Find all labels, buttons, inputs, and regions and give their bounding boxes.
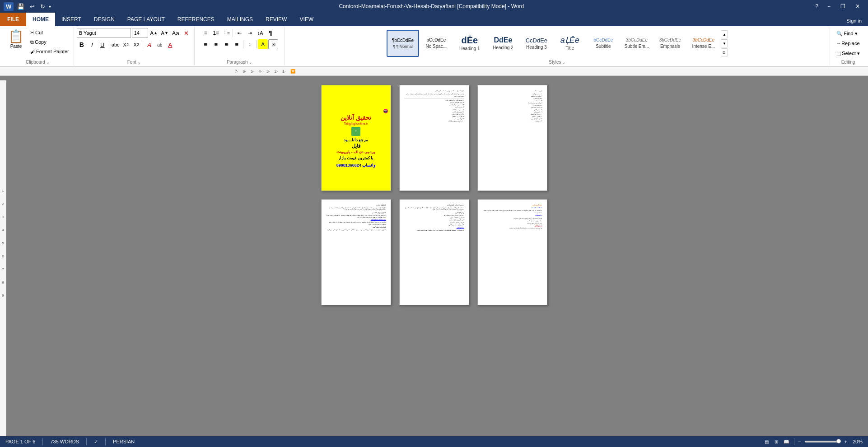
align-left-button[interactable]: ≡ bbox=[201, 39, 210, 49]
increase-indent-button[interactable]: ⇥ bbox=[245, 28, 255, 38]
styles-expand-icon[interactable]: ⌄ bbox=[562, 60, 565, 65]
shading-button[interactable]: A bbox=[258, 39, 268, 49]
restore-button[interactable]: ❐ bbox=[836, 2, 850, 10]
borders-button[interactable]: ⊡ bbox=[268, 39, 278, 49]
style-h1-preview: dĒe bbox=[462, 36, 478, 45]
page-poster: 📷 تحقیق آنلاین Tahghighonline.ir T مرجع … bbox=[322, 85, 391, 191]
paragraph-expand-icon[interactable]: ⌄ bbox=[249, 60, 252, 65]
editing-label: Editing bbox=[841, 60, 855, 65]
justify-button[interactable]: ≡ bbox=[232, 39, 242, 49]
find-icon: 🔍 bbox=[836, 31, 843, 37]
style-h3-label: Heading 3 bbox=[526, 45, 547, 50]
replace-button[interactable]: ↔ Replace bbox=[835, 39, 861, 48]
italic-button[interactable]: I bbox=[87, 40, 97, 50]
page-3-content: فهرست مطالب ۱. مقدمه و کلیات ۲. تعاریف و… bbox=[478, 85, 547, 191]
close-button[interactable]: ✕ bbox=[851, 2, 864, 10]
tab-home[interactable]: HOME bbox=[26, 13, 55, 26]
quick-save-icon[interactable]: 💾 bbox=[15, 2, 26, 11]
line-spacing-button[interactable]: ↕ bbox=[245, 39, 255, 49]
print-layout-button[interactable]: ▤ bbox=[762, 438, 770, 445]
style-h3-preview: CcDdEe bbox=[526, 37, 547, 43]
tab-review[interactable]: REVIEW bbox=[259, 13, 293, 26]
format-painter-button[interactable]: 🖌 Format Painter bbox=[28, 47, 71, 56]
zoom-out-button[interactable]: − bbox=[798, 439, 801, 444]
ruler-mark-4: 4· bbox=[259, 69, 262, 74]
styles-scroll[interactable]: ▲ ▼ ⊡ bbox=[721, 30, 728, 56]
tab-page-layout[interactable]: PAGE LAYOUT bbox=[121, 13, 171, 26]
copy-icon: ⧉ bbox=[30, 39, 34, 45]
font-name-input[interactable] bbox=[77, 28, 131, 38]
decrease-indent-button[interactable]: ⇤ bbox=[234, 28, 244, 38]
quick-redo-icon[interactable]: ↻ bbox=[38, 2, 47, 11]
tab-view[interactable]: VIEW bbox=[293, 13, 320, 26]
numbering-button[interactable]: 1≡ bbox=[211, 28, 221, 38]
clipboard-expand-icon[interactable]: ⌄ bbox=[46, 60, 50, 65]
style-subtitle[interactable]: bCcDdEe Subtitle bbox=[587, 30, 620, 57]
style-h1-label: Heading 1 bbox=[459, 46, 480, 51]
read-mode-button[interactable]: 📖 bbox=[782, 438, 790, 445]
style-title[interactable]: aḶĒe Title bbox=[554, 30, 586, 57]
paste-icon: 📋 bbox=[8, 29, 24, 44]
cut-button[interactable]: ✂ Cut bbox=[28, 28, 71, 37]
text-highlight-button[interactable]: ab bbox=[155, 40, 165, 50]
grow-font-button[interactable]: A▲ bbox=[149, 28, 159, 38]
subscript-button[interactable]: X2 bbox=[121, 40, 131, 50]
styles-scroll-down[interactable]: ▼ bbox=[721, 39, 728, 47]
bold-button[interactable]: B bbox=[77, 40, 87, 50]
tab-file[interactable]: FILE bbox=[0, 13, 26, 26]
tab-references[interactable]: REFERENCES bbox=[171, 13, 221, 26]
font-size-input[interactable] bbox=[132, 28, 148, 38]
styles-scroll-up[interactable]: ▲ bbox=[721, 30, 728, 38]
style-emphasis[interactable]: 3bCcDdEe Emphasis bbox=[654, 30, 686, 57]
tab-insert[interactable]: INSERT bbox=[55, 13, 88, 26]
strikethrough-button[interactable]: abc bbox=[111, 40, 121, 50]
tab-mailings[interactable]: MAILINGS bbox=[221, 13, 259, 26]
select-button[interactable]: ⬚ Select ▾ bbox=[835, 49, 862, 58]
minimize-button[interactable]: − bbox=[823, 2, 835, 10]
superscript-button[interactable]: X2 bbox=[131, 40, 141, 50]
style-normal[interactable]: ¶bCcDdEe ¶ ¶ Normal bbox=[387, 30, 419, 57]
show-marks-button[interactable]: ¶ bbox=[266, 28, 275, 38]
font-expand-icon[interactable]: ⌄ bbox=[137, 60, 141, 65]
clipboard-label: Clipboard bbox=[26, 60, 45, 65]
page-2: قرارداد کنترل معاملات فروش و حساب های در… bbox=[399, 85, 469, 191]
help-button[interactable]: ? bbox=[812, 2, 822, 10]
style-h2-preview: DdEe bbox=[494, 37, 512, 44]
style-intense-preview: 3bCcDdEe bbox=[693, 38, 714, 42]
zoom-in-button[interactable]: + bbox=[845, 439, 847, 444]
change-case-button[interactable]: Aa bbox=[171, 28, 181, 38]
zoom-slider[interactable] bbox=[805, 441, 841, 442]
sort-button[interactable]: ↕A bbox=[255, 28, 265, 38]
style-h2-label: Heading 2 bbox=[493, 45, 513, 50]
style-intense-e[interactable]: 3bCcDdEe Intense E... bbox=[687, 30, 720, 57]
font-color-button[interactable]: A bbox=[165, 40, 175, 50]
copy-button[interactable]: ⧉ Copy bbox=[28, 37, 71, 47]
style-heading1[interactable]: dĒe Heading 1 bbox=[453, 30, 486, 57]
find-button[interactable]: 🔍 Find ▾ bbox=[835, 29, 859, 38]
style-subtle-em[interactable]: 3bCcDdEe Subtle Em... bbox=[621, 30, 653, 57]
styles-scroll-more[interactable]: ⊡ bbox=[721, 48, 728, 56]
ruler-mark-3: 3· bbox=[266, 69, 270, 74]
styles-gallery: ¶bCcDdEe ¶ ¶ Normal bCcDdEe No Spac... d… bbox=[387, 30, 720, 57]
ruler: 7· 6· 5· 4· 3· 2· 1· 🔽 bbox=[0, 67, 868, 76]
cut-icon: ✂ bbox=[30, 30, 34, 36]
web-layout-button[interactable]: ⊞ bbox=[772, 438, 780, 445]
align-right-button[interactable]: ≡ bbox=[221, 39, 231, 49]
tab-design[interactable]: DESIGN bbox=[88, 13, 121, 26]
quick-undo-icon[interactable]: ↩ bbox=[28, 2, 37, 11]
shrink-font-button[interactable]: A▼ bbox=[160, 28, 170, 38]
poster-phone: 09981366624 واتساپ bbox=[336, 163, 376, 168]
style-no-spacing[interactable]: bCcDdEe No Spac... bbox=[420, 30, 453, 57]
clear-formatting-button[interactable]: ✕ bbox=[182, 28, 191, 38]
multilevel-list-button[interactable]: ⋮≡ bbox=[221, 28, 231, 38]
style-heading3[interactable]: CcDdEe Heading 3 bbox=[520, 30, 553, 57]
bullets-button[interactable]: ≡ bbox=[201, 28, 210, 38]
window-title: Contorol-Moamelat-Forush-Va-Hesab-Daryaf… bbox=[51, 3, 812, 9]
pages-grid: 📷 تحقیق آنلاین Tahghighonline.ir T مرجع … bbox=[321, 85, 547, 427]
text-effects-button[interactable]: A bbox=[145, 40, 154, 50]
align-center-button[interactable]: ≡ bbox=[211, 39, 221, 49]
sign-in-link[interactable]: Sign in bbox=[840, 15, 868, 26]
underline-button[interactable]: U bbox=[98, 40, 107, 50]
style-heading2[interactable]: DdEe Heading 2 bbox=[487, 30, 519, 57]
paste-button[interactable]: 📋 Paste bbox=[5, 28, 28, 50]
